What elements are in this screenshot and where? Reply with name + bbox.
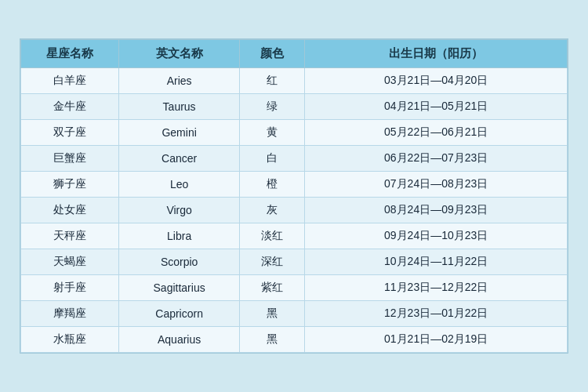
cell-english: Taurus (119, 94, 239, 120)
cell-date: 01月21日—02月19日 (305, 327, 568, 353)
header-chinese: 星座名称 (21, 40, 119, 68)
cell-chinese: 天秤座 (21, 223, 119, 249)
table-row: 金牛座Taurus绿04月21日—05月21日 (21, 94, 568, 120)
cell-chinese: 双子座 (21, 120, 119, 146)
cell-english: Leo (119, 172, 239, 198)
cell-chinese: 巨蟹座 (21, 146, 119, 172)
cell-english: Gemini (119, 120, 239, 146)
zodiac-table: 星座名称 英文名称 颜色 出生日期（阳历） 白羊座Aries红03月21日—04… (20, 39, 568, 353)
cell-chinese: 水瓶座 (21, 327, 119, 353)
table-header-row: 星座名称 英文名称 颜色 出生日期（阳历） (21, 40, 568, 68)
cell-date: 11月23日—12月22日 (305, 275, 568, 301)
cell-date: 06月22日—07月23日 (305, 146, 568, 172)
cell-color: 橙 (239, 172, 305, 198)
table-row: 巨蟹座Cancer白06月22日—07月23日 (21, 146, 568, 172)
header-color: 颜色 (239, 40, 305, 68)
table-row: 摩羯座Capricorn黑12月23日—01月22日 (21, 301, 568, 327)
table-row: 白羊座Aries红03月21日—04月20日 (21, 68, 568, 94)
zodiac-table-container: 星座名称 英文名称 颜色 出生日期（阳历） 白羊座Aries红03月21日—04… (20, 38, 568, 354)
header-date: 出生日期（阳历） (305, 40, 568, 68)
cell-chinese: 摩羯座 (21, 301, 119, 327)
cell-english: Libra (119, 223, 239, 249)
cell-chinese: 白羊座 (21, 68, 119, 94)
cell-color: 红 (239, 68, 305, 94)
table-row: 天秤座Libra淡红09月24日—10月23日 (21, 223, 568, 249)
cell-english: Aries (119, 68, 239, 94)
cell-chinese: 天蝎座 (21, 249, 119, 275)
table-row: 处女座Virgo灰08月24日—09月23日 (21, 198, 568, 223)
cell-date: 12月23日—01月22日 (305, 301, 568, 327)
cell-english: Aquarius (119, 327, 239, 353)
table-row: 天蝎座Scorpio深红10月24日—11月22日 (21, 249, 568, 275)
cell-english: Sagittarius (119, 275, 239, 301)
cell-date: 09月24日—10月23日 (305, 223, 568, 249)
cell-chinese: 狮子座 (21, 172, 119, 198)
cell-color: 黑 (239, 327, 305, 353)
table-row: 水瓶座Aquarius黑01月21日—02月19日 (21, 327, 568, 353)
cell-date: 03月21日—04月20日 (305, 68, 568, 94)
cell-color: 黑 (239, 301, 305, 327)
cell-english: Virgo (119, 198, 239, 223)
cell-date: 05月22日—06月21日 (305, 120, 568, 146)
cell-chinese: 金牛座 (21, 94, 119, 120)
cell-color: 黄 (239, 120, 305, 146)
cell-color: 淡红 (239, 223, 305, 249)
header-english: 英文名称 (119, 40, 239, 68)
cell-date: 04月21日—05月21日 (305, 94, 568, 120)
cell-color: 绿 (239, 94, 305, 120)
table-row: 射手座Sagittarius紫红11月23日—12月22日 (21, 275, 568, 301)
cell-color: 紫红 (239, 275, 305, 301)
cell-chinese: 射手座 (21, 275, 119, 301)
cell-chinese: 处女座 (21, 198, 119, 223)
table-row: 双子座Gemini黄05月22日—06月21日 (21, 120, 568, 146)
cell-english: Scorpio (119, 249, 239, 275)
cell-date: 07月24日—08月23日 (305, 172, 568, 198)
cell-date: 10月24日—11月22日 (305, 249, 568, 275)
cell-color: 灰 (239, 198, 305, 223)
table-row: 狮子座Leo橙07月24日—08月23日 (21, 172, 568, 198)
cell-color: 白 (239, 146, 305, 172)
cell-english: Cancer (119, 146, 239, 172)
cell-date: 08月24日—09月23日 (305, 198, 568, 223)
table-body: 白羊座Aries红03月21日—04月20日金牛座Taurus绿04月21日—0… (21, 68, 568, 353)
cell-color: 深红 (239, 249, 305, 275)
cell-english: Capricorn (119, 301, 239, 327)
